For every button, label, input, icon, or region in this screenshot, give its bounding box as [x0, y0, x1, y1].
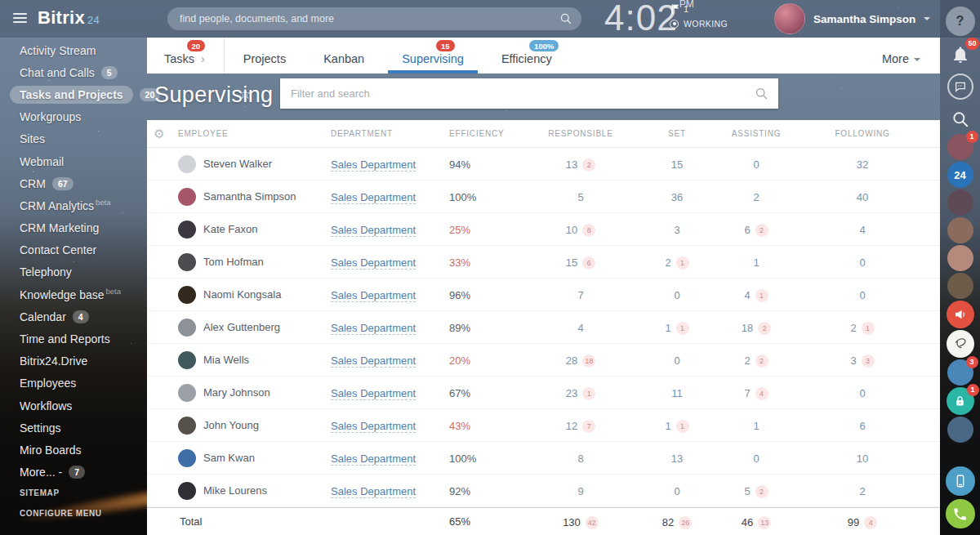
assisting-count[interactable]: 2: [744, 354, 750, 367]
recent-chat-avatar[interactable]: [947, 189, 973, 216]
responsible-count[interactable]: 5: [577, 191, 583, 203]
sidebar-item-calendar[interactable]: Calendar 4: [0, 305, 147, 328]
rail-search-icon[interactable]: [947, 106, 973, 132]
column-header-employee[interactable]: Employee: [172, 129, 306, 138]
following-count[interactable]: 3: [850, 354, 856, 367]
assisting-count[interactable]: 1: [753, 420, 759, 432]
set-count[interactable]: 2: [665, 256, 670, 269]
recent-chat-avatar[interactable]: [947, 217, 973, 243]
sidebar-item-chat-and-calls[interactable]: Chat and Calls 5: [0, 61, 147, 83]
responsible-count[interactable]: 23: [566, 387, 577, 399]
responsible-count[interactable]: 7: [577, 289, 583, 301]
assisting-count[interactable]: 0: [753, 158, 759, 171]
sidebar-item-workgroups[interactable]: Workgroups: [0, 106, 147, 128]
recent-chat-avatar[interactable]: 3: [947, 359, 973, 386]
department-link[interactable]: Sales Department: [331, 453, 416, 466]
following-count[interactable]: 10: [857, 453, 868, 465]
hamburger-menu-icon[interactable]: [13, 13, 27, 24]
sidebar-item-webmail[interactable]: Webmail: [0, 150, 147, 172]
responsible-count[interactable]: 28: [566, 354, 577, 367]
column-header-efficiency[interactable]: Efficiency: [437, 129, 535, 138]
sidebar-item-more[interactable]: More... - 7: [0, 461, 147, 484]
set-count[interactable]: 0: [674, 354, 679, 367]
sidebar-item-miro-boards[interactable]: Miro Boards: [0, 439, 147, 461]
sidebar-item-employees[interactable]: Employees: [0, 372, 147, 395]
department-link[interactable]: Sales Department: [331, 256, 416, 270]
telephony-phone-icon[interactable]: [946, 499, 975, 528]
sidebar-item-contact-center[interactable]: Contact Center: [0, 239, 147, 261]
following-count[interactable]: 0: [859, 256, 865, 269]
table-row[interactable]: Alex Guttenberg Sales Department 89% 4 1…: [147, 311, 940, 344]
table-row[interactable]: Steven Walker Sales Department 94% 132 1…: [147, 148, 940, 181]
column-header-responsible[interactable]: Responsible: [535, 129, 626, 138]
sidebar-item-workflows[interactable]: Workflows: [0, 395, 147, 417]
user-avatar[interactable]: [774, 3, 805, 34]
set-count[interactable]: 1: [665, 322, 670, 334]
sidebar-item-time-and-reports[interactable]: Time and Reports: [0, 328, 147, 350]
support-chat-icon[interactable]: [947, 74, 973, 100]
column-header-following[interactable]: Following: [785, 129, 940, 138]
sidebar-item-activity-stream[interactable]: Activity Stream: [0, 39, 147, 61]
tab-projects[interactable]: Projects: [242, 38, 287, 74]
following-count[interactable]: 2: [850, 322, 856, 334]
assisting-count[interactable]: 4: [744, 289, 750, 301]
sidebar-item-telephony[interactable]: Telephony: [0, 261, 147, 283]
table-row[interactable]: John Young Sales Department 43% 127 11 1…: [147, 409, 940, 442]
recent-chat-avatar[interactable]: [947, 245, 973, 271]
assisting-count[interactable]: 5: [744, 485, 750, 497]
sidebar-item-crm[interactable]: CRM 67: [0, 172, 147, 194]
filter-search[interactable]: [280, 78, 778, 109]
following-count[interactable]: 2: [859, 485, 865, 497]
column-header-department[interactable]: Department: [306, 129, 437, 138]
sidebar-item-sites[interactable]: Sites: [0, 128, 147, 150]
department-link[interactable]: Sales Department: [331, 224, 416, 237]
tab-tasks[interactable]: Tasks › 20: [163, 38, 207, 74]
responsible-count[interactable]: 13: [566, 158, 577, 171]
sidebar-item-settings[interactable]: Settings: [0, 417, 147, 439]
table-settings-gear-icon[interactable]: ⚙: [147, 127, 172, 141]
configure-menu-link[interactable]: CONFIGURE MENU: [20, 509, 102, 518]
sidebar-item-bitrix24-drive[interactable]: Bitrix24.Drive: [0, 350, 147, 372]
tab-supervising[interactable]: Supervising 15: [400, 38, 466, 74]
column-header-assisting[interactable]: Assisting: [728, 129, 785, 138]
user-menu[interactable]: Samantha Simpson: [774, 3, 930, 34]
department-link[interactable]: Sales Department: [331, 191, 416, 204]
department-link[interactable]: Sales Department: [331, 158, 416, 172]
table-row[interactable]: Mia Wells Sales Department 20% 2818 0 22…: [147, 344, 940, 377]
set-count[interactable]: 36: [671, 191, 683, 203]
set-count[interactable]: 0: [674, 485, 679, 497]
following-count[interactable]: 32: [857, 158, 868, 171]
assisting-count[interactable]: 7: [744, 387, 750, 399]
assisting-count[interactable]: 1: [753, 256, 759, 269]
following-count[interactable]: 0: [859, 387, 865, 399]
column-header-set[interactable]: Set: [626, 129, 728, 138]
tab-efficiency[interactable]: Efficiency 100%: [500, 38, 554, 74]
sidebar-item-crm-analytics[interactable]: CRM Analytics beta: [0, 194, 147, 216]
table-row[interactable]: Mary Johnson Sales Department 67% 231 11…: [147, 377, 940, 409]
table-row[interactable]: Naomi Kongsala Sales Department 96% 7 0 …: [147, 279, 940, 311]
assisting-count[interactable]: 18: [742, 322, 753, 334]
help-button[interactable]: ?: [946, 7, 975, 36]
filter-search-input[interactable]: [280, 78, 778, 109]
recent-chat-avatar[interactable]: [947, 417, 973, 443]
following-count[interactable]: 4: [859, 224, 865, 236]
responsible-count[interactable]: 8: [577, 453, 583, 465]
tab-more[interactable]: More: [882, 38, 920, 74]
set-count[interactable]: 15: [671, 158, 683, 171]
assisting-count[interactable]: 0: [753, 453, 759, 465]
table-row[interactable]: Samantha Simpson Sales Department 100% 5…: [147, 181, 940, 213]
sidebar-item-crm-marketing[interactable]: CRM Marketing: [0, 217, 147, 239]
department-link[interactable]: Sales Department: [331, 289, 416, 302]
notifications-bell-icon[interactable]: 50: [947, 41, 974, 69]
tab-kanban[interactable]: Kanban: [322, 38, 366, 74]
responsible-count[interactable]: 4: [577, 322, 583, 334]
assisting-count[interactable]: 6: [744, 224, 750, 236]
table-row[interactable]: Tom Hofman Sales Department 33% 156 21 1…: [147, 246, 940, 279]
sitemap-link[interactable]: SITEMAP: [20, 488, 102, 497]
department-link[interactable]: Sales Department: [331, 354, 416, 368]
announcement-megaphone-icon[interactable]: [947, 301, 974, 328]
following-count[interactable]: 40: [857, 191, 868, 203]
bitrix24-logo[interactable]: Bitrix24: [38, 7, 100, 29]
department-link[interactable]: Sales Department: [331, 387, 416, 400]
set-count[interactable]: 11: [671, 387, 683, 399]
